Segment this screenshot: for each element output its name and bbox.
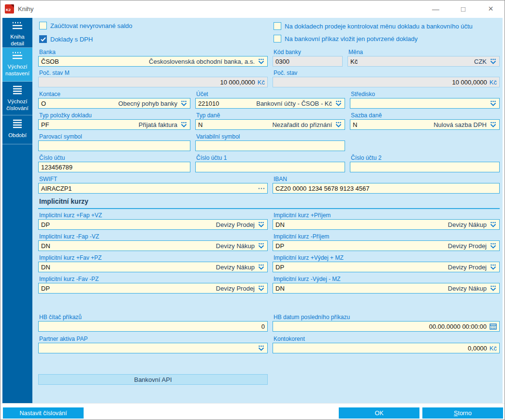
stredisko-input[interactable] bbox=[350, 98, 500, 109]
sidebar-item-kniha-detail[interactable]: Kniha detail bbox=[2, 18, 32, 48]
typ-dane-field-group: Typ daně N Nezařadit do přiznání bbox=[195, 112, 345, 130]
field-label: Typ daně bbox=[195, 112, 345, 119]
checkbox-unchecked[interactable] bbox=[39, 22, 47, 29]
poc-stav-m-input: 10 000,0000 Kč bbox=[38, 77, 268, 87]
kurz-vydej-plus-field-group: Implicitní kurz +Výdej + MZ DP Devizy Pr… bbox=[273, 254, 500, 272]
dropdown-lookup-icon[interactable] bbox=[258, 222, 265, 228]
sidebar-item-obdobi[interactable]: Období bbox=[2, 115, 32, 144]
field-label: Číslo účtu 1 bbox=[195, 154, 345, 162]
sidebar-item-vychozi-nastaveni[interactable]: Výchozí nastavení bbox=[2, 48, 32, 82]
parovaci-symbol-input[interactable] bbox=[38, 140, 190, 151]
field-label: Sazba daně bbox=[350, 112, 500, 119]
stredisko-field-group: Středisko bbox=[350, 91, 500, 109]
checkbox-unchecked[interactable] bbox=[274, 22, 281, 30]
bankovni-api-button[interactable]: Bankovní API bbox=[38, 374, 268, 385]
kontokorent-field-group: Kontokorent 0,0000 Kč bbox=[273, 336, 500, 353]
field-label: Číslo účtu 2 bbox=[350, 154, 500, 162]
sidebar-item-vychozi-cislovani[interactable]: Výchozí číslování bbox=[2, 82, 32, 115]
storno-button[interactable]: Storno bbox=[422, 407, 503, 419]
checkbox-unchecked[interactable] bbox=[274, 35, 281, 42]
poc-stav-input: 10 000,0000 Kč bbox=[273, 77, 500, 87]
field-label: Implicitní kurz +Fav +PZ bbox=[38, 254, 268, 262]
hb-citac-input[interactable]: 0 bbox=[38, 321, 268, 332]
nastavit-cislovani-button[interactable]: Nastavit číslování bbox=[3, 407, 84, 419]
mena-input: Kč CZK bbox=[347, 56, 500, 67]
cislo-uctu-1-field-group: Číslo účtu 1 bbox=[195, 154, 345, 172]
dropdown-lookup-icon[interactable] bbox=[490, 58, 497, 65]
cislo-uctu-field-group: Číslo účtu 123456789 bbox=[38, 154, 190, 172]
app-window: K2 Knihy — □ × Kniha detail Výchozí nast… bbox=[0, 0, 505, 420]
dropdown-lookup-icon[interactable] bbox=[180, 122, 188, 128]
list-detail-icon bbox=[10, 21, 25, 32]
typ-dane-input[interactable]: N Nezařadit do přiznání bbox=[195, 119, 345, 130]
kurz-fap-plus-field-group: Implicitní kurz +Fap +VZ DP Devizy Prode… bbox=[38, 212, 268, 230]
checkbox-kontrola-meny[interactable]: Na dokladech prodeje kontrolovat měnu do… bbox=[274, 22, 473, 30]
kurz-fap-plus-input[interactable]: DP Devizy Prodej bbox=[38, 219, 268, 230]
checkbox-doklady-dph[interactable]: Doklady s DPH bbox=[39, 35, 93, 43]
ucet-input[interactable]: 221010 Bankovní účty - ČSOB - Kč bbox=[195, 98, 345, 109]
cislo-uctu-1-input[interactable] bbox=[195, 162, 345, 172]
field-label: IBAN bbox=[273, 176, 500, 183]
dropdown-lookup-icon[interactable] bbox=[258, 264, 265, 270]
title-bar: K2 Knihy — □ × bbox=[0, 0, 505, 17]
maximize-button[interactable]: □ bbox=[449, 0, 477, 17]
menu-lines-icon bbox=[10, 85, 25, 97]
typ-polozky-input[interactable]: PF Přijatá faktura bbox=[38, 119, 190, 130]
partner-pap-field-group: Partner aktiva PAP bbox=[38, 336, 268, 353]
close-button[interactable]: × bbox=[477, 0, 505, 17]
dropdown-lookup-icon[interactable] bbox=[490, 100, 497, 107]
checkbox-checked[interactable] bbox=[39, 35, 47, 43]
partner-pap-input[interactable] bbox=[38, 343, 268, 353]
dropdown-lookup-icon[interactable] bbox=[258, 243, 265, 249]
iban-input[interactable]: CZ20 0000 1234 5678 9123 4567 bbox=[273, 183, 500, 194]
poc-stav-field-group: Poč. stav 10 000,0000 Kč bbox=[273, 70, 500, 87]
kurz-fav-minus-input[interactable]: DP Devizy Prodej bbox=[38, 283, 268, 294]
kurz-prijem-minus-input[interactable]: DP Devizy Prodej bbox=[273, 240, 500, 251]
swift-field-group: SWIFT AIRACZP1 bbox=[38, 176, 268, 194]
cislo-uctu-2-input[interactable] bbox=[350, 162, 500, 172]
hb-datum-input[interactable]: 00.00.0000 00:00:00 bbox=[273, 321, 500, 332]
poc-stav-m-field-group: Poč. stav M 10 000,0000 Kč bbox=[38, 70, 268, 87]
typ-polozky-field-group: Typ položky dokladu PF Přijatá faktura bbox=[38, 112, 190, 130]
dropdown-lookup-icon[interactable] bbox=[490, 285, 497, 292]
parovaci-symbol-field-group: Parovací symbol bbox=[38, 133, 190, 151]
cislo-uctu-input[interactable]: 123456789 bbox=[38, 162, 190, 172]
kurz-vydej-plus-input[interactable]: DP Devizy Prodej bbox=[273, 262, 500, 272]
kontokorent-input[interactable]: 0,0000 Kč bbox=[273, 343, 500, 353]
variabilni-symbol-input[interactable] bbox=[195, 140, 345, 151]
dropdown-lookup-icon[interactable] bbox=[335, 122, 342, 128]
kod-banky-field-group: Kód banky 0300 bbox=[273, 49, 343, 67]
dropdown-lookup-icon[interactable] bbox=[490, 222, 497, 228]
dropdown-lookup-icon[interactable] bbox=[490, 122, 497, 128]
field-label: Poč. stav M bbox=[38, 70, 268, 77]
dropdown-lookup-icon[interactable] bbox=[335, 100, 342, 107]
mena-field-group: Měna Kč CZK bbox=[347, 49, 500, 67]
kod-banky-input: 0300 bbox=[273, 56, 343, 67]
kurz-fav-plus-field-group: Implicitní kurz +Fav +PZ DN Devizy Nákup bbox=[38, 254, 268, 272]
dropdown-lookup-icon[interactable] bbox=[180, 100, 188, 107]
dropdown-lookup-icon[interactable] bbox=[258, 58, 265, 65]
kurz-prijem-plus-input[interactable]: DN Devizy Nákup bbox=[273, 219, 500, 230]
sazba-dane-input[interactable]: N Nulová sazba DPH bbox=[350, 119, 500, 130]
dropdown-lookup-icon[interactable] bbox=[258, 345, 265, 351]
swift-input[interactable]: AIRACZP1 bbox=[38, 183, 268, 194]
banka-field-group: Banka ČSOB Československá obchodní banka… bbox=[38, 49, 268, 67]
kurz-fap-minus-input[interactable]: DN Devizy Nákup bbox=[38, 240, 268, 251]
kurz-fav-plus-input[interactable]: DN Devizy Nákup bbox=[38, 262, 268, 272]
banka-input[interactable]: ČSOB Československá obchodní banka, a.s. bbox=[38, 56, 268, 67]
minimize-button[interactable]: — bbox=[422, 0, 449, 17]
field-label: Číslo účtu bbox=[38, 154, 190, 162]
kurz-prijem-minus-field-group: Implicitní kurz -Příjem DP Devizy Prodej bbox=[273, 233, 500, 251]
kurz-vydej-minus-input[interactable]: DN Devizy Nákup bbox=[273, 283, 500, 294]
checkbox-zauctovat-saldo[interactable]: Zaúčtovat nevyrovnané saldo bbox=[39, 22, 132, 29]
dropdown-lookup-icon[interactable] bbox=[490, 264, 497, 270]
calendar-icon[interactable] bbox=[490, 323, 497, 330]
field-label: Implicitní kurz -Výdej - MZ bbox=[273, 276, 500, 283]
field-label: Implicitní kurz -Fap -VZ bbox=[38, 233, 268, 240]
dropdown-lookup-icon[interactable] bbox=[258, 285, 265, 292]
dropdown-lookup-icon[interactable] bbox=[490, 243, 497, 249]
checkbox-potvrzene-doklady[interactable]: Na bankovní příkaz vložit jen potvrzené … bbox=[274, 35, 418, 42]
ok-button[interactable]: OK bbox=[339, 407, 419, 419]
kontace-input[interactable]: O Obecný pohyb banky bbox=[38, 98, 190, 109]
ellipsis-icon[interactable] bbox=[258, 187, 265, 190]
